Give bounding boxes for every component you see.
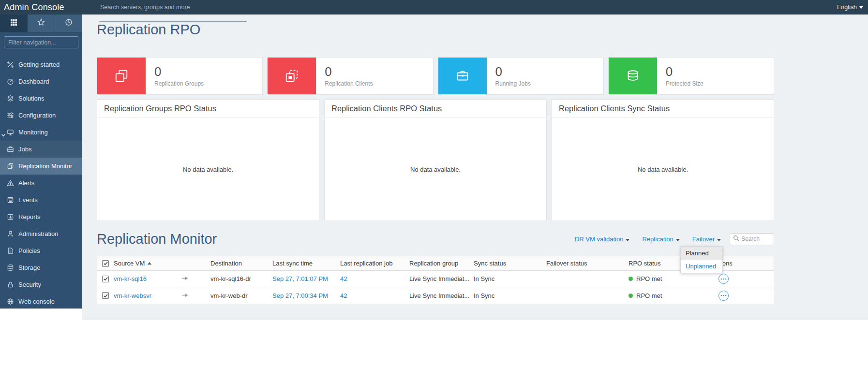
sliders-icon (6, 112, 14, 119)
dr-vm-validation-menu[interactable]: DR VM validation (575, 236, 629, 243)
replication-menu[interactable]: Replication (642, 236, 679, 243)
sidebar-item-label: Web console (18, 298, 55, 305)
chevron-down-icon (676, 239, 680, 241)
app-title: Admin Console (4, 0, 64, 15)
column-header-failover-status[interactable]: Failover status (546, 260, 629, 267)
sidebar-nav: Getting started Dashboard Solutions Conf… (0, 56, 82, 310)
arrow-right-icon (181, 292, 189, 299)
table-row: vm-kr-sql16 vm-kr-sql16-dr Sep 27, 7:01:… (97, 271, 774, 287)
sidebar-item-configuration[interactable]: Configuration (0, 107, 82, 124)
sidebar-item-administration[interactable]: Administration (0, 225, 82, 242)
sync-status-cell: In Sync (474, 292, 546, 299)
sidebar-item-policies[interactable]: Policies (0, 242, 82, 259)
sidebar-item-label: Dashboard (18, 78, 49, 85)
rpo-status-dot (629, 294, 633, 298)
search-icon (733, 235, 739, 243)
layers-icon (6, 95, 14, 103)
sidebar-item-label: Configuration (18, 112, 56, 119)
sidebar-item-label: Replication Monitor (18, 162, 72, 170)
panel-title: Replication Clients RPO Status (325, 100, 546, 118)
sidebar-item-monitoring[interactable]: Monitoring (0, 124, 82, 141)
sidebar-item-label: Administration (18, 230, 58, 237)
column-header-destination[interactable]: Destination (210, 260, 272, 267)
table-search-input[interactable] (741, 236, 770, 242)
panel-title: Replication Clients Sync Status (552, 100, 774, 118)
chevron-down-icon (1, 131, 5, 138)
sidebar-item-solutions[interactable]: Solutions (0, 90, 82, 107)
row-actions-button[interactable] (718, 291, 729, 301)
select-all-checkbox[interactable] (102, 260, 109, 267)
stat-cards: 0 Replication Groups 0 Replication Clien… (97, 57, 774, 95)
sidebar-item-label: Storage (18, 264, 41, 271)
row-actions-button[interactable] (718, 274, 729, 284)
sync-status-cell: In Sync (474, 275, 546, 282)
column-header-source-vm[interactable]: Source VM (114, 260, 181, 267)
clock-icon (65, 18, 73, 28)
column-header-last-replication-job[interactable]: Last replication job (340, 260, 409, 267)
sidebar-item-replication-monitor[interactable]: Replication Monitor (0, 158, 82, 175)
sidebar-item-security[interactable]: Security (0, 276, 82, 293)
nav-tab-favorites[interactable] (28, 15, 55, 32)
sidebar-item-web-console[interactable]: Web console (0, 293, 82, 310)
sidebar-item-dashboard[interactable]: Dashboard (0, 73, 82, 90)
monitor-icon (6, 129, 14, 136)
nav-tab-all[interactable] (0, 15, 28, 32)
row-checkbox[interactable] (102, 276, 109, 282)
chevron-down-icon (859, 6, 863, 9)
dropdown-item-planned[interactable]: Planned (681, 247, 722, 260)
global-search-input[interactable] (99, 0, 247, 13)
sidebar-item-events[interactable]: Events (0, 191, 82, 208)
failover-menu[interactable]: Failover (692, 236, 721, 243)
sidebar-item-reports[interactable]: Reports (0, 208, 82, 225)
sidebar-item-label: Security (18, 281, 41, 288)
replication-monitor-table: Source VM Destination Last sync time Las… (97, 256, 774, 304)
column-header-replication-group[interactable]: Replication group (409, 260, 474, 267)
replication-clients-icon (268, 58, 316, 94)
job-id-link[interactable]: 42 (340, 292, 347, 299)
table-header-row: Source VM Destination Last sync time Las… (97, 256, 774, 271)
nav-tab-recent[interactable] (55, 15, 82, 32)
database-icon (609, 58, 657, 94)
sidebar-item-label: Jobs (18, 146, 31, 153)
section-title: Replication Monitor (97, 231, 217, 247)
filter-navigation-input[interactable] (4, 36, 78, 48)
main-content: Replication RPO 0 Replication Groups (82, 15, 868, 320)
stat-label: Running Jobs (495, 80, 531, 87)
globe-icon (6, 298, 14, 306)
alert-icon (6, 179, 14, 187)
panel-empty-text: No data available. (552, 118, 774, 221)
dropdown-item-unplanned[interactable]: Unplanned (681, 260, 722, 273)
chevron-down-icon (626, 239, 629, 241)
column-header-sync-status[interactable]: Sync status (474, 260, 546, 267)
dashboard-icon (6, 78, 14, 86)
language-label: English (837, 4, 857, 11)
stat-card-protected-size: 0 Protected Size (608, 57, 774, 95)
last-sync-time-link[interactable]: Sep 27, 7:00:34 PM (272, 292, 328, 299)
panel-replication-clients-rpo-status: Replication Clients RPO Status No data a… (324, 99, 547, 221)
stat-card-replication-groups: 0 Replication Groups (97, 57, 263, 95)
column-header-last-sync-time[interactable]: Last sync time (272, 260, 340, 267)
filter-navigation (0, 32, 82, 52)
monitor-toolbar: DR VM validation Replication Failover Pl… (562, 233, 774, 245)
stat-card-replication-clients: 0 Replication Clients (267, 57, 433, 95)
last-sync-time-link[interactable]: Sep 27, 7:01:07 PM (272, 275, 328, 282)
sidebar-item-storage[interactable]: Storage (0, 259, 82, 276)
sidebar-item-getting-started[interactable]: Getting started (0, 56, 82, 73)
language-selector[interactable]: English (837, 0, 863, 15)
job-id-link[interactable]: 42 (340, 275, 347, 282)
stat-value: 0 (325, 65, 373, 79)
briefcase-icon (438, 58, 487, 94)
reports-icon (6, 213, 14, 221)
sidebar-item-label: Reports (18, 213, 41, 221)
sort-ascending-icon (148, 262, 151, 265)
lock-icon (6, 281, 14, 289)
sidebar-item-jobs[interactable]: Jobs (0, 141, 82, 158)
row-checkbox[interactable] (102, 292, 109, 299)
person-icon (6, 230, 14, 238)
source-vm-link[interactable]: vm-kr-websvr (114, 292, 151, 299)
sidebar-item-alerts[interactable]: Alerts (0, 175, 82, 191)
source-vm-link[interactable]: vm-kr-sql16 (114, 275, 147, 282)
stat-value: 0 (154, 65, 204, 79)
topbar: Admin Console English (0, 0, 868, 15)
global-search (99, 0, 247, 22)
